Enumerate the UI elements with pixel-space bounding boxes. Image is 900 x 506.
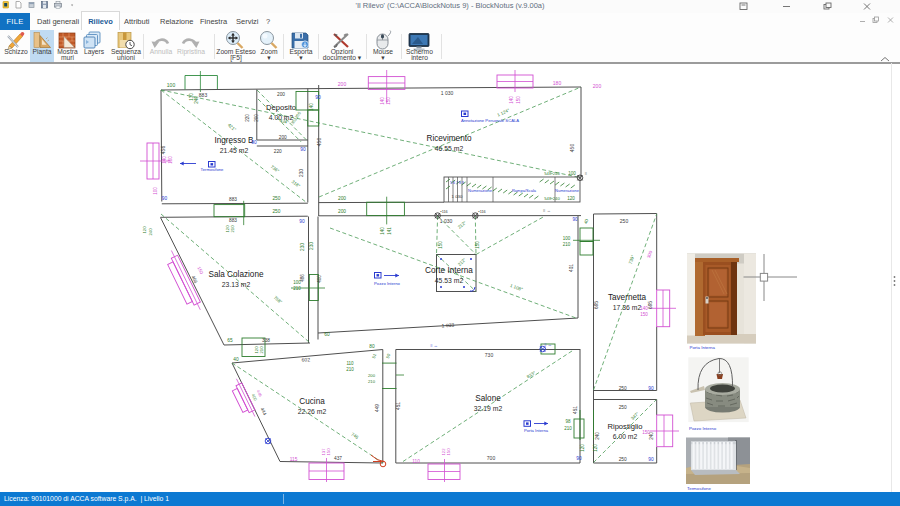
svg-text:240: 240 — [148, 228, 153, 236]
svg-text:318°: 318° — [291, 179, 302, 189]
svg-text:Numerazione: Numerazione — [468, 188, 493, 193]
svg-text:Numerazione: Numerazione — [555, 188, 580, 193]
svg-text:401: 401 — [569, 264, 574, 272]
svg-text:200: 200 — [279, 135, 287, 140]
svg-text:32.19 m2: 32.19 m2 — [474, 405, 503, 412]
svg-text:338: 338 — [262, 338, 270, 343]
svg-text:883: 883 — [229, 218, 237, 223]
svg-text:548•240: 548•240 — [544, 196, 560, 201]
svg-text:17.36 m2: 17.36 m2 — [613, 304, 642, 311]
svg-text:150: 150 — [326, 448, 331, 456]
svg-text:220: 220 — [245, 114, 250, 122]
svg-text:90: 90 — [300, 147, 306, 152]
svg-text:434°: 434° — [279, 118, 289, 125]
svg-text:21.45 m2: 21.45 m2 — [220, 147, 249, 154]
svg-text:80: 80 — [369, 344, 375, 349]
svg-text:Pozzo Interno: Pozzo Interno — [374, 281, 401, 286]
svg-text:746: 746 — [350, 432, 359, 441]
svg-text:210: 210 — [564, 426, 572, 431]
svg-text:90: 90 — [162, 196, 168, 201]
svg-text:46.55 m2: 46.55 m2 — [435, 145, 464, 152]
svg-text:883: 883 — [229, 197, 237, 202]
svg-text:150: 150 — [640, 312, 648, 317]
svg-text:Ripostiglio: Ripostiglio — [607, 422, 642, 431]
svg-text:212°: 212° — [457, 220, 467, 230]
svg-text:250: 250 — [272, 209, 280, 214]
svg-text:1 030: 1 030 — [441, 90, 454, 96]
svg-text:695: 695 — [648, 301, 653, 309]
svg-text:758°: 758° — [273, 295, 283, 305]
svg-text:150: 150 — [475, 241, 480, 249]
svg-text:•116: •116 — [440, 210, 447, 214]
svg-text:≡ ↔: ≡ ↔ — [543, 208, 551, 213]
svg-text:140: 140 — [380, 97, 385, 105]
svg-text:210: 210 — [230, 225, 235, 233]
svg-text:Annotazione Personale SCALA: Annotazione Personale SCALA — [461, 118, 519, 123]
svg-text:602: 602 — [301, 356, 310, 363]
svg-text:736°: 736° — [270, 164, 281, 174]
svg-text:1 108°: 1 108° — [509, 283, 523, 292]
svg-text:51: 51 — [371, 352, 378, 359]
svg-text:120: 120 — [593, 444, 598, 452]
svg-text:Ricevimento: Ricevimento — [426, 134, 471, 143]
svg-text:210: 210 — [368, 379, 376, 384]
svg-text:120: 120 — [567, 196, 575, 201]
svg-text:90: 90 — [299, 219, 305, 224]
svg-text:141: 141 — [387, 227, 392, 235]
svg-text:Termosifone: Termosifone — [687, 486, 711, 491]
svg-text:451: 451 — [573, 406, 578, 414]
svg-text:Ingresso B: Ingresso B — [214, 136, 254, 145]
svg-text:100: 100 — [293, 280, 301, 285]
svg-text:90: 90 — [251, 140, 257, 145]
svg-text:40: 40 — [583, 218, 590, 225]
svg-text:65: 65 — [227, 338, 233, 343]
svg-text:200: 200 — [338, 209, 346, 214]
svg-text:150: 150 — [386, 97, 391, 105]
svg-text:90: 90 — [648, 457, 654, 462]
svg-text:23.13 m2: 23.13 m2 — [222, 281, 251, 288]
svg-text:110: 110 — [412, 459, 420, 464]
svg-text:210: 210 — [259, 346, 264, 354]
svg-text:883: 883 — [199, 92, 208, 98]
svg-text:444: 444 — [259, 407, 267, 417]
svg-text:50: 50 — [385, 352, 392, 359]
svg-text:140: 140 — [162, 156, 167, 164]
svg-text:695: 695 — [594, 301, 599, 309]
svg-text:100: 100 — [167, 82, 176, 88]
svg-text:200: 200 — [338, 196, 346, 201]
svg-text:1 033: 1 033 — [441, 322, 454, 329]
svg-text:548•240: 548•240 — [544, 171, 560, 176]
svg-text:1 030: 1 030 — [452, 194, 464, 199]
svg-text:250: 250 — [619, 457, 627, 462]
svg-text:451: 451 — [396, 402, 401, 410]
svg-text:120: 120 — [142, 226, 147, 234]
svg-text:Corte Interna: Corte Interna — [425, 266, 473, 275]
svg-text:150: 150 — [642, 430, 650, 435]
svg-text:1 124°: 1 124° — [496, 108, 510, 118]
svg-text:90: 90 — [576, 456, 582, 461]
svg-text:Tavernetta: Tavernetta — [608, 293, 647, 302]
svg-text:230: 230 — [309, 242, 314, 250]
svg-text:6.00 m2: 6.00 m2 — [613, 433, 638, 440]
svg-text:140: 140 — [309, 103, 314, 111]
svg-text:40: 40 — [233, 357, 239, 362]
svg-text:≡ ↔: ≡ ↔ — [430, 343, 437, 348]
svg-text:Salone: Salone — [475, 394, 501, 403]
svg-text:180: 180 — [553, 80, 562, 86]
svg-text:100: 100 — [153, 187, 158, 195]
svg-text:220: 220 — [274, 149, 282, 154]
svg-text:1 030: 1 030 — [440, 218, 453, 224]
svg-text:60: 60 — [324, 332, 330, 337]
svg-text:90: 90 — [315, 94, 321, 100]
svg-text:200: 200 — [368, 373, 376, 378]
svg-text:250: 250 — [272, 196, 280, 201]
svg-text:Porta Interna: Porta Interna — [524, 428, 549, 433]
svg-text:730: 730 — [485, 352, 494, 358]
svg-text:421°: 421° — [227, 122, 237, 132]
svg-text:400: 400 — [317, 275, 322, 283]
svg-text:≡: ≡ — [585, 171, 588, 176]
svg-text:200: 200 — [254, 114, 259, 122]
svg-text:Termosifone: Termosifone — [201, 167, 224, 172]
svg-text:•116: •116 — [478, 210, 485, 214]
svg-text:140: 140 — [640, 306, 648, 311]
